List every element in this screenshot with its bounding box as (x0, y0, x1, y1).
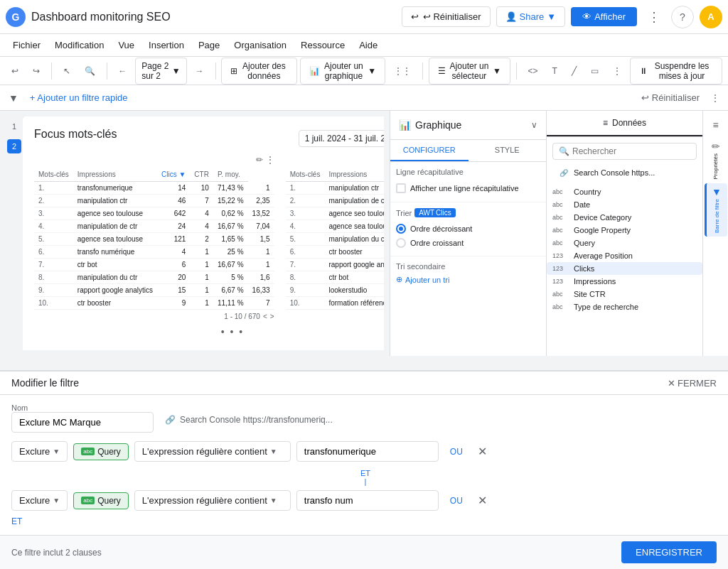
data-search-box[interactable]: 🔍 (552, 143, 697, 160)
data-view-button[interactable]: ≡ (705, 114, 727, 136)
ordre-decroissant-radio[interactable] (396, 224, 406, 234)
ajouter-tri-button[interactable]: ⊕ Ajouter un tri (396, 275, 540, 284)
table1-prev[interactable]: < (263, 313, 267, 320)
field-item-8[interactable]: abc Site CTR (547, 288, 702, 300)
reset-filter-button[interactable]: ↩ Réinitialiser (641, 92, 700, 103)
field-item-4[interactable]: abc Query (547, 237, 702, 249)
afficher-ligne-label: Afficher une ligne récapitulative (410, 184, 519, 193)
menu-vue[interactable]: Vue (111, 34, 141, 57)
undo-button[interactable]: ↩ (6, 63, 24, 79)
field-name-1: Date (574, 200, 590, 209)
page-indicator[interactable]: Page 2 sur 2 ▼ (135, 58, 186, 85)
tab-style[interactable]: STYLE (469, 140, 547, 161)
t1-pmoy-3: 7,04 (248, 220, 274, 233)
cursor-button[interactable]: ↖ (58, 63, 76, 79)
menu-fichier[interactable]: Fichier (6, 34, 48, 57)
menu-aide[interactable]: Aide (352, 34, 385, 57)
menu-bar: Fichier Modification Vue Insertion Page … (0, 34, 728, 57)
field-item-2[interactable]: abc Device Category (547, 211, 702, 224)
table-row: 6. transfo numérique 4 1 25 % 1 (34, 246, 274, 259)
avatar[interactable]: A (700, 6, 722, 28)
report-page: Focus mots-clés 1 juil. 2024 - 31 juil. … (23, 116, 384, 350)
menu-organisation[interactable]: Organisation (227, 34, 294, 57)
text-button[interactable]: T (547, 63, 563, 79)
menu-page[interactable]: Page (191, 34, 227, 57)
filter-menu-button[interactable]: ⋮ (711, 93, 719, 103)
field-type-2: abc (552, 214, 569, 221)
page-label: Page 2 sur 2 (141, 61, 168, 81)
t1-ctr-4: 1,65 % (213, 233, 248, 246)
t1-col-impressions: Impressions (73, 168, 157, 182)
add-quick-filter-button[interactable]: + Ajouter un filtre rapide (24, 90, 134, 106)
filter-icon: ▼ (9, 92, 18, 104)
field-item-1[interactable]: abc Date (547, 198, 702, 211)
table1-edit-icon[interactable]: ✏ (256, 155, 263, 165)
redo-button[interactable]: ↪ (27, 63, 46, 79)
afficher-ligne-checkbox[interactable] (396, 183, 406, 193)
add-selector-button[interactable]: ☰ Ajouter un sélecteur ▼ (429, 58, 510, 85)
tab-donnees[interactable]: ≡ Données (547, 111, 702, 136)
field-item-7[interactable]: 123 Impressions (547, 275, 702, 288)
page-arrow-icon: ▼ (172, 66, 181, 76)
t1-ctr-7: 5 % (213, 271, 248, 284)
table-row: 2. manipulation de ctr 24 4 16,67 % 7,04 (286, 195, 384, 207)
add-data-button[interactable]: ⊞ Ajouter des données (221, 58, 296, 85)
date-range-button[interactable]: 1 juil. 2024 - 31 juil. 2024 📅 ▼ (299, 130, 384, 147)
field-type-0: abc (552, 188, 569, 195)
graph-panel-collapse[interactable]: ∨ (531, 120, 537, 130)
t1-motscles-6: ctr bot (73, 259, 157, 271)
reinitialiser-button[interactable]: ↩ ↩ Réinitialiser (402, 6, 491, 27)
t1-clics-3: 4 (190, 220, 213, 233)
t1-ctr-0: 71,43 % (213, 182, 248, 195)
search-input[interactable] (572, 146, 690, 156)
line-button[interactable]: ╱ (566, 63, 582, 79)
fields-list: abc Country abc Date abc Device Category… (547, 185, 702, 313)
suspendre-button[interactable]: ⏸ Suspendre les mises à jour (630, 58, 722, 85)
zoom-button[interactable]: 🔍 (79, 63, 101, 79)
menu-insertion[interactable]: Insertion (141, 34, 191, 57)
field-item-9[interactable]: abc Type de recherche (547, 300, 702, 313)
t1-num-6: 7. (34, 259, 73, 271)
canvas-area[interactable]: 1 2 Focus mots-clés 1 juil. 2024 - 31 ju… (0, 111, 390, 356)
field-item-3[interactable]: abc Google Property (547, 224, 702, 237)
menu-modification[interactable]: Modification (48, 34, 111, 57)
more-button[interactable]: ⋮ (643, 6, 665, 28)
date-range-text: 1 juil. 2024 - 31 juil. 2024 (305, 134, 384, 143)
afficher-button[interactable]: 👁 Afficher (571, 7, 637, 26)
ordre-croissant-radio[interactable] (396, 238, 406, 248)
data-source-item[interactable]: 🔗 Search Console https... (552, 166, 697, 180)
filter-bar-button[interactable]: ▼ Barre de filtre (705, 183, 727, 236)
field-item-0[interactable]: abc Country (547, 185, 702, 198)
field-name-4: Query (574, 239, 595, 247)
field-item-6[interactable]: 123 Clicks (547, 262, 702, 275)
secondary-sort-section: Tri secondaire ⊕ Ajouter un tri (390, 256, 546, 290)
tab-configurer[interactable]: CONFIGURER (390, 140, 469, 161)
ordre-decroissant-row: Ordre décroissant (396, 222, 540, 236)
properties-label: Propriétés (712, 153, 719, 179)
filter-bar: ▼ + Ajouter un filtre rapide ↩ Réinitial… (0, 85, 728, 111)
graph-panel: 📊 Graphique ∨ CONFIGURER STYLE Ligne réc… (390, 111, 546, 356)
t1-num-3: 4. (34, 220, 73, 233)
field-item-5[interactable]: 123 Average Position (547, 249, 702, 262)
nav-left-button[interactable]: ← (112, 63, 132, 79)
resize-handle[interactable]: • • • (34, 323, 384, 340)
table1-more-icon[interactable]: ⋮ (266, 155, 274, 165)
menu-ressource[interactable]: Ressource (294, 34, 352, 57)
more-tools-button[interactable]: ⋮⋮ (388, 63, 417, 79)
code-button[interactable]: <> (523, 63, 544, 79)
graph-panel-title: 📊 Graphique (399, 119, 461, 131)
data-panel: ≡ Données 🔍 🔗 Search Console https... ab… (546, 111, 702, 356)
nav-right-button[interactable]: → (190, 63, 210, 79)
table-row: 7. rapport google analytics 15 1 6,67 % … (286, 259, 384, 271)
add-chart-button[interactable]: 📊 Ajouter un graphique ▼ (300, 58, 386, 85)
table1-next[interactable]: > (270, 313, 274, 320)
properties-button[interactable]: ✏ Propriétés (705, 138, 727, 182)
shape-button[interactable]: ▭ (585, 63, 604, 79)
canvas-scroll[interactable]: Focus mots-clés 1 juil. 2024 - 31 juil. … (23, 116, 384, 350)
share-button[interactable]: 👤 Share ▼ (496, 6, 566, 27)
ordre-croissant-row: Ordre croissant (396, 236, 540, 250)
app-logo: G (6, 7, 26, 27)
data-source-label: Search Console https... (574, 168, 655, 177)
toolbar-more-button[interactable]: ⋮ (607, 63, 627, 79)
help-button[interactable]: ? (671, 6, 694, 28)
